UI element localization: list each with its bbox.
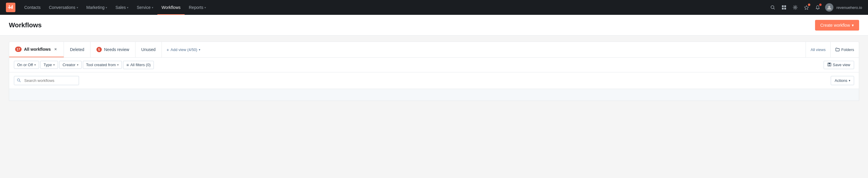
svg-point-10	[828, 6, 830, 8]
svg-rect-6	[782, 8, 784, 9]
create-workflow-chevron: ▾	[852, 23, 854, 28]
filter-chevron-icon: ▾	[53, 63, 55, 67]
tab-needs-review-label: Needs review	[104, 47, 129, 52]
tab-deleted-label: Deleted	[70, 47, 84, 52]
svg-rect-4	[782, 5, 784, 7]
tab-all-workflows-label: All workflows	[24, 47, 51, 52]
chevron-icon: ▾	[76, 6, 78, 9]
on-or-off-label: On or Off	[17, 62, 33, 67]
chevron-icon: ▾	[127, 6, 128, 9]
create-workflow-label: Create workflow	[820, 23, 850, 28]
nav-link-contacts[interactable]: Contacts	[20, 0, 45, 15]
chevron-icon: ▾	[205, 6, 206, 9]
nav-link-marketing[interactable]: Marketing ▾	[82, 0, 111, 15]
svg-rect-7	[784, 8, 786, 9]
tab-close-icon[interactable]: ✕	[53, 47, 58, 52]
page-header: Workflows Create workflow ▾	[0, 15, 868, 35]
username[interactable]: revenuehero.io	[836, 5, 862, 10]
nav-link-service[interactable]: Service ▾	[132, 0, 157, 15]
search-input[interactable]	[14, 76, 79, 85]
filter-chevron-icon: ▾	[77, 63, 79, 67]
avatar-icon	[827, 5, 832, 10]
all-views-button[interactable]: All views	[806, 42, 830, 57]
marketplace-button[interactable]	[779, 2, 789, 12]
type-label: Type	[43, 62, 52, 67]
create-workflow-button[interactable]: Create workflow ▾	[815, 20, 859, 30]
creator-filter[interactable]: Creator ▾	[59, 61, 81, 69]
filters-row: On or Off ▾ Type ▾ Creator ▾ Tool create…	[9, 57, 859, 72]
chevron-icon: ▾	[105, 6, 107, 9]
add-view-button[interactable]: + Add view (4/50) ▾	[162, 42, 205, 57]
add-view-chevron: ▾	[199, 48, 200, 51]
search-input-icon	[17, 78, 21, 83]
all-filters-icon: ≡	[126, 62, 129, 67]
save-view-button[interactable]: Save view	[824, 61, 854, 69]
creator-label: Creator	[62, 62, 75, 67]
folders-label: Folders	[841, 48, 854, 52]
add-view-label: Add view (4/50)	[171, 48, 197, 52]
all-filters-label: All filters (0)	[130, 62, 151, 67]
folder-icon	[835, 48, 840, 52]
upgrades-icon	[804, 5, 809, 10]
nav-link-conversations[interactable]: Conversations ▾	[45, 0, 82, 15]
nav-links: Contacts Conversations ▾ Marketing ▾ Sal…	[20, 0, 768, 15]
page-title: Workflows	[9, 21, 42, 29]
search-button[interactable]	[768, 2, 778, 12]
avatar[interactable]	[825, 3, 833, 11]
hubspot-logo[interactable]	[6, 3, 16, 12]
save-icon	[828, 62, 831, 67]
notifications-icon	[815, 5, 820, 10]
settings-button[interactable]	[790, 2, 800, 12]
svg-marker-9	[804, 6, 809, 9]
tab-deleted[interactable]: Deleted	[64, 42, 90, 57]
marketplace-icon	[782, 5, 786, 10]
tool-created-from-filter[interactable]: Tool created from ▾	[83, 61, 122, 69]
upgrades-button[interactable]	[801, 2, 811, 12]
filter-chevron-icon: ▾	[117, 63, 119, 67]
nav-link-workflows[interactable]: Workflows	[157, 0, 185, 15]
needs-review-badge: 5	[96, 47, 102, 52]
type-filter[interactable]: Type ▾	[40, 61, 58, 69]
notifications-button[interactable]	[813, 2, 823, 12]
search-row: Actions ▾	[9, 72, 859, 89]
table-header	[9, 89, 859, 101]
notification-badge-dot	[819, 4, 822, 6]
tab-all-workflows[interactable]: 17 All workflows ✕	[9, 42, 64, 57]
svg-point-8	[795, 7, 796, 8]
tab-unused[interactable]: Unused	[135, 42, 162, 57]
folders-button[interactable]: Folders	[830, 42, 859, 57]
all-filters-button[interactable]: ≡ All filters (0)	[123, 61, 154, 69]
top-nav: Contacts Conversations ▾ Marketing ▾ Sal…	[0, 0, 868, 15]
nav-link-reports[interactable]: Reports ▾	[185, 0, 210, 15]
chevron-icon: ▾	[152, 6, 153, 9]
svg-line-15	[20, 81, 21, 82]
tab-needs-review[interactable]: 5 Needs review	[91, 42, 135, 57]
all-views-label: All views	[811, 48, 826, 52]
actions-label: Actions	[835, 78, 847, 83]
svg-rect-5	[784, 5, 786, 7]
search-input-wrap	[14, 76, 79, 85]
svg-line-3	[774, 8, 775, 9]
all-workflows-badge: 17	[15, 47, 22, 52]
tabs-container: 17 All workflows ✕ Deleted 5 Needs revie…	[9, 42, 859, 57]
main-content: 17 All workflows ✕ Deleted 5 Needs revie…	[0, 35, 868, 107]
svg-rect-13	[828, 65, 830, 66]
actions-button[interactable]: Actions ▾	[831, 76, 854, 85]
badge-dot	[808, 4, 810, 6]
filter-chevron-icon: ▾	[34, 63, 36, 67]
svg-rect-12	[828, 63, 830, 64]
search-icon	[770, 5, 775, 10]
tab-unused-label: Unused	[142, 47, 156, 52]
tool-created-from-label: Tool created from	[86, 62, 116, 67]
on-or-off-filter[interactable]: On or Off ▾	[14, 61, 39, 69]
settings-icon	[793, 5, 798, 10]
save-view-label: Save view	[833, 62, 850, 67]
nav-right: revenuehero.io	[768, 2, 862, 12]
svg-point-1	[9, 5, 10, 6]
nav-link-sales[interactable]: Sales ▾	[111, 0, 132, 15]
actions-chevron: ▾	[849, 79, 850, 82]
